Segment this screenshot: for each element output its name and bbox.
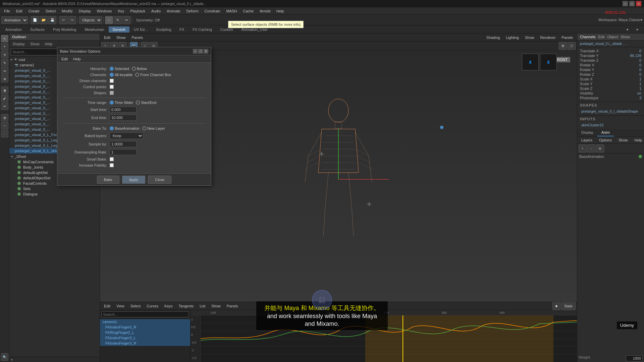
outliner-item-sets[interactable]: Sets: [9, 186, 100, 191]
driven-channels-checkbox[interactable]: [110, 79, 114, 83]
graph-item-camera1[interactable]: camera1: [100, 319, 190, 324]
graph-menu-view[interactable]: View: [114, 303, 127, 309]
bake-to-new-layer[interactable]: New Layer: [142, 126, 165, 130]
tab-animation[interactable]: Animation: [1, 26, 26, 33]
bake-dialog-maximize-btn[interactable]: □: [198, 49, 203, 54]
tab-sculpting[interactable]: Sculpting: [152, 26, 175, 33]
vp-wireframe-btn[interactable]: ⬡: [568, 42, 576, 50]
snap-curve-btn[interactable]: ~: [1, 122, 8, 129]
bake-all-keyable[interactable]: All keyable: [110, 73, 132, 77]
menu-arnold[interactable]: Arnold: [257, 8, 273, 14]
menu-audio[interactable]: Audio: [149, 8, 163, 14]
move-tool-btn[interactable]: ✛: [1, 51, 8, 58]
graph-item-fkring2[interactable]: FKRingFinger2_L: [100, 330, 190, 335]
bake-from-channel-box[interactable]: From Channel Box: [135, 73, 171, 77]
cb-scale-x[interactable]: Scale X 1: [579, 77, 643, 81]
graph-key-btn[interactable]: ◆: [552, 302, 560, 310]
graph-menu-edit[interactable]: Edit: [101, 303, 113, 309]
toolbar-new-btn[interactable]: 📄: [31, 16, 39, 24]
maximize-button[interactable]: □: [629, 1, 635, 6]
cb-header-channels[interactable]: Channels: [580, 35, 595, 39]
anim-layer-base[interactable]: BaseAnimation: [577, 154, 644, 160]
graph-menu-show[interactable]: Show: [209, 303, 223, 309]
cb-translate-x[interactable]: Translate X 0: [579, 49, 643, 53]
select-tool-btn[interactable]: ↖: [1, 35, 8, 42]
menu-edit[interactable]: Edit: [13, 8, 25, 14]
graph-menu-tangents[interactable]: Tangents: [176, 303, 197, 309]
menu-select[interactable]: Select: [43, 8, 59, 14]
cb-photostype[interactable]: Photostype 3: [579, 96, 643, 100]
viewport-menu-show2[interactable]: Show: [522, 35, 537, 40]
graph-item-fkindex3l[interactable]: FKIndexFinger3_L: [100, 335, 190, 341]
anim-show-tab[interactable]: Show: [616, 137, 631, 143]
graph-search-input[interactable]: [101, 311, 189, 317]
control-points-checkbox[interactable]: [110, 85, 114, 89]
tab-fx-caching[interactable]: FX Caching: [189, 26, 216, 33]
shapes-checkbox[interactable]: [110, 91, 114, 95]
bake-hierarchy-below[interactable]: Below: [132, 67, 147, 71]
bake-menu-help[interactable]: Help: [70, 56, 84, 62]
cb-header-show[interactable]: Show: [621, 35, 630, 39]
anim-layers-tab[interactable]: Layers: [579, 137, 595, 143]
cb-rotate-x[interactable]: Rotate X 0: [579, 63, 643, 67]
cb-scale-z[interactable]: Scale Z 1: [579, 86, 643, 91]
universal-tool-btn[interactable]: ⊕: [1, 75, 8, 82]
apply-btn[interactable]: Apply: [122, 176, 146, 184]
graph-canvas[interactable]: -100 0 100 200 300 400 1 0.5 0 -0.5 -1: [191, 310, 577, 362]
toolbar-redo-btn[interactable]: ↪: [68, 16, 76, 24]
close-button[interactable]: ✕: [636, 1, 641, 6]
objects-dropdown[interactable]: Objects: [79, 16, 102, 24]
channels-box-radio[interactable]: [135, 73, 139, 77]
toolbar-undo-btn[interactable]: ↩: [59, 16, 67, 24]
anim-add-layer-btn[interactable]: +: [579, 144, 587, 153]
outliner-menu-show[interactable]: Show: [28, 41, 42, 47]
anim-tab-display[interactable]: Display: [577, 129, 597, 136]
bake-oversampling-input[interactable]: [110, 149, 137, 155]
menu-animate[interactable]: Animate: [164, 8, 183, 14]
anim-help-tab[interactable]: Help: [632, 137, 644, 143]
paint-btn[interactable]: 🖌: [1, 95, 8, 102]
outliner-item-dialogue[interactable]: Dialogue: [9, 191, 100, 197]
graph-menu-select[interactable]: Select: [128, 303, 144, 309]
smart-bake-checkbox[interactable]: [110, 157, 114, 161]
menu-deform[interactable]: Deform: [184, 8, 201, 14]
lasso-tool-btn[interactable]: ⌖: [1, 43, 8, 50]
vp-grid-btn[interactable]: ⊞: [559, 42, 567, 50]
tab-surfaces[interactable]: Surfaces: [26, 26, 49, 33]
cb-translate-z[interactable]: Translate Z 0: [579, 58, 643, 63]
channels-all-radio[interactable]: [110, 73, 114, 77]
graph-menu-panels[interactable]: Panels: [224, 303, 241, 309]
graph-menu-curves[interactable]: Curves: [144, 303, 161, 309]
viewport-menu-show[interactable]: Show: [114, 35, 128, 40]
tab-metahuman[interactable]: Metahuman: [80, 26, 108, 33]
cb-rotate-y[interactable]: Rotate Y 0: [579, 67, 643, 72]
bake-to-new-radio[interactable]: [142, 126, 146, 130]
graph-menu-list[interactable]: List: [197, 303, 208, 309]
menu-constrain[interactable]: Constrain: [202, 8, 223, 14]
cb-rotate-z[interactable]: Rotate Z 0: [579, 72, 643, 77]
menu-modify[interactable]: Modify: [59, 8, 75, 14]
minimize-button[interactable]: ─: [623, 1, 628, 6]
toolbar-rotate-btn[interactable]: ↻: [114, 16, 122, 24]
cb-visibility[interactable]: Visibility on: [579, 91, 643, 96]
viewport-menu-renderer[interactable]: Renderer: [538, 35, 558, 40]
menu-cache[interactable]: Cache: [240, 8, 256, 14]
cb-header-object[interactable]: Object: [607, 35, 618, 39]
toolbar-scale-btn[interactable]: ⇔: [122, 16, 130, 24]
menu-help[interactable]: Help: [274, 8, 287, 14]
tab-nav-left[interactable]: ◂: [622, 26, 632, 33]
mini-vp-2[interactable]: 👤: [540, 54, 557, 70]
bake-menu-edit[interactable]: Edit: [59, 56, 70, 62]
bake-starttime-input[interactable]: [110, 107, 137, 113]
cb-header-edit[interactable]: Edit: [598, 35, 604, 39]
menu-create[interactable]: Create: [26, 8, 42, 14]
sculpt-btn[interactable]: ✏: [1, 103, 8, 110]
scale-tool-btn[interactable]: ⇔: [1, 67, 8, 74]
menu-mash[interactable]: MASH: [224, 8, 240, 14]
viewport-menu-edit[interactable]: Edit: [101, 35, 113, 40]
viewport-menu-panels2[interactable]: Panels: [559, 35, 576, 40]
weight-input[interactable]: [626, 355, 643, 361]
tab-poly-modeling[interactable]: Poly Modeling: [49, 26, 80, 33]
fidelity-checkbox[interactable]: [110, 163, 114, 167]
toolbar-open-btn[interactable]: 📂: [40, 16, 48, 24]
